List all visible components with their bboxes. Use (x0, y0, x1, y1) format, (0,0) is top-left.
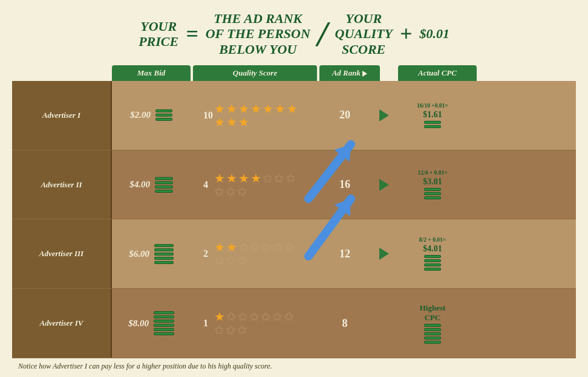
stars-container: 1★✩✩✩✩✩✩✩✩✩ (200, 309, 305, 337)
stars-container: 4★★★★✩✩✩✩✩✩ (200, 171, 305, 199)
star-filled: ★ (238, 103, 249, 115)
star-empty: ✩ (284, 241, 295, 253)
adrank-cell-1: 16 (315, 150, 375, 219)
money-stack (155, 109, 172, 121)
star-empty: ✩ (237, 185, 247, 198)
cpc-money-stack (424, 324, 441, 344)
star-empty: ✩ (214, 324, 224, 336)
your-price-term: YOURPRICE (139, 19, 178, 50)
star-filled: ★ (238, 116, 249, 128)
star-empty: ✩ (226, 185, 236, 198)
cpc-amount: Highest CPC (420, 303, 446, 323)
quality-cell-3: 1★✩✩✩✩✩✩✩✩✩ (191, 289, 315, 358)
star-filled: ★ (214, 116, 225, 128)
star-filled: ★ (214, 103, 225, 115)
bid-amount: $2.00 (130, 110, 151, 120)
cpc-formula-text: 12/4 + 0.01= (417, 170, 447, 176)
page: YOURPRICE = THE AD RANKOF THE PERSONBELO… (0, 0, 588, 377)
bid-cell-3: $8.00 (112, 289, 191, 358)
green-arrow-icon (379, 248, 389, 260)
star-empty: ✩ (249, 311, 260, 323)
quality-cell-2: 2★★✩✩✩✩✩✩✩✩ (191, 219, 315, 288)
adrank-cell-2: 12 (315, 219, 375, 288)
bid-cell-1: $4.00 (112, 150, 191, 219)
star-filled: ★ (226, 116, 237, 128)
star-filled: ★ (250, 103, 261, 115)
col-header-quality: Quality Score (193, 65, 317, 81)
star-empty: ✩ (261, 311, 271, 323)
cpc-cell-0: 16/10 +0.01=$1.61 (393, 81, 472, 150)
stars-container: 2★★✩✩✩✩✩✩✩✩ (200, 240, 305, 268)
money-stack (155, 177, 173, 193)
advertiser-cell-1: Advertiser II (12, 150, 112, 219)
bid-amount: $4.00 (129, 179, 150, 190)
equals-op: = (186, 21, 198, 47)
star-filled: ★ (226, 172, 237, 184)
numerator-term: THE AD RANKOF THE PERSONBELOW YOU (206, 11, 310, 57)
money-stack (154, 311, 174, 335)
cpc-amount: $4.01 (423, 244, 442, 254)
adrank-cell-0: 20 (315, 81, 375, 150)
table-row: Advertiser IV$8.001★✩✩✩✩✩✩✩✩✩8Highest CP… (12, 289, 576, 358)
adrank-cell-3: 8 (315, 289, 375, 358)
table-row: Advertiser II$4.004★★★★✩✩✩✩✩✩1612/4 + 0.… (12, 150, 576, 220)
star-empty: ✩ (238, 241, 249, 253)
green-arrow-icon (379, 179, 389, 191)
bid-amount: $8.00 (128, 318, 149, 329)
col-header-cpc: Actual CPC (398, 65, 477, 81)
quality-cell-0: 10★★★★★★★★★★ (191, 81, 315, 150)
star-empty: ✩ (237, 324, 247, 336)
denominator-term: YOURQUALITYSCORE (335, 11, 393, 57)
star-filled: ★ (214, 241, 225, 253)
cents-term: $0.01 (419, 26, 449, 41)
table-row: Advertiser I$2.0010★★★★★★★★★★2016/10 +0.… (12, 81, 576, 150)
col-header-maxbid: Max Bid (112, 65, 191, 81)
table-row: Advertiser III$6.002★★✩✩✩✩✩✩✩✩128/2 + 0.… (12, 219, 576, 289)
star-empty: ✩ (272, 311, 283, 323)
slash-op: / (318, 16, 328, 52)
cpc-amount: $3.01 (423, 177, 442, 187)
star-empty: ✩ (226, 324, 236, 336)
star-empty: ✩ (286, 172, 296, 184)
plus-op: + (400, 21, 413, 47)
green-arrow-icon (379, 109, 389, 121)
quality-num: 2 (203, 248, 208, 259)
arrow-col-3 (375, 289, 393, 358)
star-filled: ★ (250, 172, 261, 184)
star-empty: ✩ (263, 172, 273, 184)
arrow-col-1 (375, 150, 393, 219)
formula-header: YOURPRICE = THE AD RANKOF THE PERSONBELO… (12, 6, 576, 65)
bid-cell-2: $6.00 (112, 219, 191, 288)
star-empty: ✩ (214, 254, 224, 266)
star-empty: ✩ (273, 241, 283, 253)
star-filled: ★ (214, 311, 225, 323)
star-filled: ★ (226, 241, 237, 253)
money-stack (154, 244, 174, 264)
table-area: Max Bid Quality Score Ad Rank Actual CPC… (12, 65, 576, 358)
advertiser-cell-3: Advertiser IV (12, 289, 112, 358)
star-empty: ✩ (226, 254, 236, 266)
star-empty: ✩ (226, 311, 237, 323)
stars-container: 10★★★★★★★★★★ (200, 102, 305, 129)
data-grid: Advertiser I$2.0010★★★★★★★★★★2016/10 +0.… (12, 81, 576, 358)
cpc-cell-3: Highest CPC (393, 289, 472, 358)
notice-text: Notice how Advertiser I can pay less for… (12, 358, 576, 372)
cpc-money-stack (424, 188, 441, 199)
advertiser-cell-0: Advertiser I (12, 81, 112, 150)
arrow-col-2 (375, 219, 393, 288)
quality-num: 10 (203, 110, 213, 121)
star-filled: ★ (263, 103, 273, 115)
cpc-amount: $1.61 (423, 110, 442, 120)
advertiser-cell-2: Advertiser III (12, 219, 112, 288)
star-empty: ✩ (214, 185, 224, 198)
star-filled: ★ (275, 103, 286, 115)
quality-num: 1 (203, 318, 208, 329)
star-filled: ★ (238, 172, 249, 184)
col-header-adrank: Ad Rank (319, 65, 380, 81)
star-empty: ✩ (274, 172, 284, 184)
quality-cell-1: 4★★★★✩✩✩✩✩✩ (191, 150, 315, 219)
cpc-formula-text: 16/10 +0.01= (417, 103, 448, 109)
cpc-money-stack (424, 121, 441, 128)
column-headers: Max Bid Quality Score Ad Rank Actual CPC (112, 65, 576, 81)
star-empty: ✩ (250, 241, 260, 253)
